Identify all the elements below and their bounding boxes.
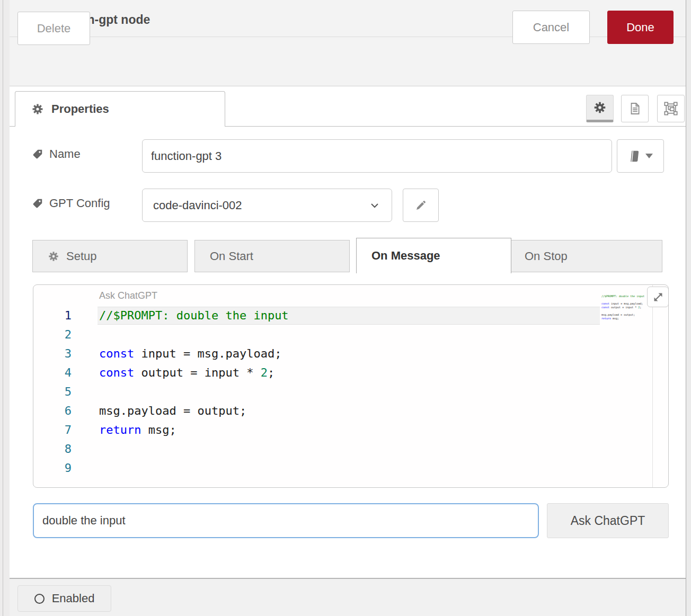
minimap-divider — [652, 285, 653, 487]
book-icon — [628, 149, 642, 163]
tab-on-stop[interactable]: On Stop — [509, 240, 662, 272]
workspace-left-sliver — [0, 0, 10, 616]
expand-editor-button[interactable] — [647, 287, 669, 307]
edit-config-button[interactable] — [403, 189, 439, 222]
library-button[interactable] — [617, 139, 664, 173]
expand-icon — [652, 291, 665, 303]
tab-on-start[interactable]: On Start — [194, 240, 350, 272]
document-icon — [628, 102, 642, 115]
enabled-status-icon — [34, 594, 45, 604]
name-label: Name — [32, 147, 81, 161]
enabled-toggle-button[interactable]: Enabled — [17, 585, 111, 612]
gear-icon — [593, 101, 607, 114]
gear-icon — [31, 103, 44, 115]
editor-code-lines[interactable]: //$PROMPT: double the inputconst input =… — [99, 306, 289, 478]
editor-gutter: 123456789 — [33, 306, 72, 478]
gpt-config-label: GPT Config — [32, 197, 110, 210]
name-input[interactable] — [142, 139, 612, 173]
tab-properties[interactable]: Properties — [15, 91, 225, 127]
codelens-ask-chatgpt[interactable]: Ask ChatGPT — [99, 290, 157, 301]
gear-icon — [48, 251, 59, 262]
tab-setup[interactable]: Setup — [32, 240, 188, 272]
tag-icon — [32, 148, 43, 160]
delete-button[interactable]: Delete — [17, 12, 90, 45]
tab-description-button[interactable] — [621, 95, 649, 122]
edit-node-dialog: Edit function-gpt node Delete Cancel Don… — [10, 0, 686, 616]
tab-appearance-button[interactable] — [657, 95, 685, 122]
chevron-down-icon — [368, 199, 381, 212]
pencil-icon — [414, 199, 427, 212]
done-button[interactable]: Done — [607, 11, 674, 44]
workspace-right-sliver — [686, 0, 691, 616]
tab-properties-label: Properties — [51, 102, 109, 116]
tag-icon — [32, 198, 43, 209]
tab-edit-properties-button[interactable] — [586, 95, 614, 122]
editor-minimap[interactable]: //$PROMPT: double the inputconst input =… — [601, 288, 651, 334]
code-editor[interactable]: Ask ChatGPT 123456789 //$PROMPT: double … — [33, 284, 669, 488]
caret-down-icon — [645, 154, 653, 158]
enabled-label: Enabled — [52, 592, 95, 605]
gpt-config-selected-value: code-davinci-002 — [153, 199, 242, 212]
screen: Edit function-gpt node Delete Cancel Don… — [0, 0, 691, 616]
appearance-icon — [663, 101, 678, 116]
tab-on-message[interactable]: On Message — [356, 238, 511, 273]
gpt-config-select[interactable]: code-davinci-002 — [142, 189, 392, 222]
cancel-button[interactable]: Cancel — [512, 11, 590, 44]
dialog-button-bar — [10, 37, 686, 86]
editor-minimap-content: //$PROMPT: double the inputconst input =… — [601, 294, 651, 328]
chatgpt-prompt-input[interactable] — [33, 503, 539, 538]
ask-chatgpt-button[interactable]: Ask ChatGPT — [547, 503, 669, 538]
